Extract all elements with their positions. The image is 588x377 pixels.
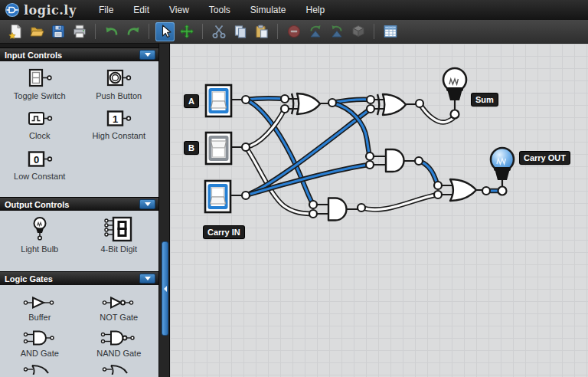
palette-item-and-gate[interactable]: AND Gate: [21, 329, 59, 364]
rotate-left-icon: [308, 24, 323, 39]
toolbar-separator: [202, 24, 203, 39]
palette-scrollbar: [158, 44, 170, 377]
delete-button[interactable]: [284, 22, 303, 41]
section-header-logic-gates[interactable]: Logic Gates: [0, 271, 158, 285]
section-header-input-controls[interactable]: Input Controls: [0, 48, 158, 61]
brand-name: logic.ly: [24, 3, 77, 18]
open-button[interactable]: [27, 22, 46, 41]
paste-button[interactable]: [252, 22, 271, 41]
wire-xor2-to-sum[interactable]: [420, 103, 455, 123]
save-button[interactable]: [48, 22, 67, 41]
section-body: Toggle Switch Push Button: [0, 61, 158, 197]
copy-pages-icon: [233, 24, 248, 39]
select-tool-button[interactable]: [155, 22, 175, 41]
section-title: Input Controls: [5, 51, 62, 60]
palette-item-toggle-switch[interactable]: Toggle Switch: [14, 68, 66, 109]
toggle-switch-a[interactable]: [206, 85, 231, 116]
palette-item-light-bulb[interactable]: Light Bulb: [21, 216, 58, 268]
label-input-b: B: [185, 142, 198, 154]
undo-button[interactable]: [102, 22, 121, 41]
menu-edit[interactable]: Edit: [123, 2, 159, 18]
new-document-icon: [8, 24, 23, 39]
toggle-switch-icon: [26, 68, 54, 89]
circuit-canvas[interactable]: A B Carry IN Sum Carry OUT: [170, 44, 588, 377]
redo-button[interactable]: [123, 22, 142, 41]
new-document-button[interactable]: [5, 22, 24, 41]
copy-button[interactable]: [230, 22, 250, 41]
menu-bar: logic.ly File Edit View Tools Simulate H…: [0, 0, 588, 20]
section-title: Logic Gates: [5, 274, 53, 284]
section-body: Light Bulb 4-Bit Digit: [0, 211, 158, 271]
palette-item-4bit-digit[interactable]: 4-Bit Digit: [100, 216, 137, 268]
collapse-section-button[interactable]: [139, 50, 155, 60]
menu-file[interactable]: File: [89, 2, 123, 18]
light-bulb-icon: [30, 216, 50, 242]
collapse-section-button[interactable]: [139, 274, 155, 284]
printer-icon: [72, 24, 87, 39]
print-button[interactable]: [70, 22, 89, 41]
xor-gate-1[interactable]: [292, 93, 320, 114]
menu-tools[interactable]: Tools: [199, 2, 240, 18]
and-gate-1[interactable]: [328, 198, 347, 221]
palette-item-high-constant[interactable]: 1 High Constant: [92, 109, 145, 149]
toolbar: [0, 20, 588, 44]
menu-simulate[interactable]: Simulate: [240, 2, 296, 18]
palette-scrollbar-thumb[interactable]: [162, 241, 168, 336]
section-body: Buffer NOT Gate: [0, 285, 158, 377]
palette-item-low-constant[interactable]: 0 Low Constant: [14, 149, 65, 190]
svg-text:1: 1: [113, 113, 118, 125]
palette-item-partial-gate[interactable]: [22, 364, 57, 377]
and-gate-2[interactable]: [386, 149, 404, 172]
truth-table-button[interactable]: [381, 22, 400, 41]
wire-and1-to-or[interactable]: [361, 195, 438, 210]
package-component-button[interactable]: [348, 22, 368, 41]
cut-button[interactable]: [209, 22, 228, 41]
logo-gate-icon: [5, 2, 20, 18]
collapse-panel-arrow-icon: [164, 286, 167, 292]
section-header-output-controls[interactable]: Output Controls: [0, 197, 158, 211]
rotate-right-icon: [329, 24, 345, 39]
buffer-gate-icon: [22, 295, 57, 310]
push-button-icon: [105, 68, 132, 89]
chevron-down-icon: [145, 277, 151, 280]
label-carry-out: Carry OUT: [520, 152, 570, 164]
pan-tool-button[interactable]: [177, 22, 196, 41]
menu-help[interactable]: Help: [296, 2, 335, 18]
xor-gate-2[interactable]: [377, 94, 406, 115]
palette-item-buffer[interactable]: Buffer: [22, 295, 57, 329]
wire-a-to-xor1[interactable]: [246, 98, 285, 100]
redo-icon: [126, 24, 141, 39]
and-gate-icon: [22, 329, 57, 346]
rotate-right-button[interactable]: [327, 22, 346, 41]
collapse-section-button[interactable]: [139, 199, 155, 209]
chevron-down-icon: [145, 53, 151, 57]
palette-item-clock[interactable]: Clock: [26, 109, 54, 149]
clock-icon: [26, 109, 54, 129]
toggle-switch-carry-in[interactable]: [205, 181, 230, 212]
4bit-digit-icon: [103, 216, 134, 242]
toolbar-separator: [149, 24, 149, 39]
or-gate[interactable]: [450, 179, 476, 201]
palette-item-not-gate[interactable]: NOT Gate: [100, 295, 138, 329]
svg-text:0: 0: [34, 154, 39, 166]
menu-view[interactable]: View: [159, 2, 199, 18]
label-input-a: A: [185, 95, 198, 107]
palette-item-nand-gate[interactable]: NAND Gate: [96, 329, 141, 364]
open-folder-icon: [29, 24, 44, 39]
palette-item-push-button[interactable]: Push Button: [96, 68, 142, 109]
toggle-switch-b[interactable]: [206, 133, 231, 164]
delete-icon: [286, 24, 302, 39]
light-bulb-sum[interactable]: [443, 68, 466, 100]
clipboard-paste-icon: [254, 24, 270, 39]
rotate-left-button[interactable]: [305, 22, 325, 41]
palette-item-partial-gate[interactable]: [101, 364, 136, 377]
app-logo: logic.ly: [5, 2, 81, 18]
or-gate-icon: [22, 364, 57, 375]
nor-gate-icon: [101, 364, 136, 375]
low-constant-icon: 0: [26, 149, 54, 169]
toolbar-separator: [95, 24, 96, 39]
light-bulb-carry-out[interactable]: [491, 148, 514, 180]
chevron-down-icon: [145, 202, 151, 206]
save-disk-icon: [51, 24, 66, 39]
truth-table-icon: [383, 24, 398, 39]
